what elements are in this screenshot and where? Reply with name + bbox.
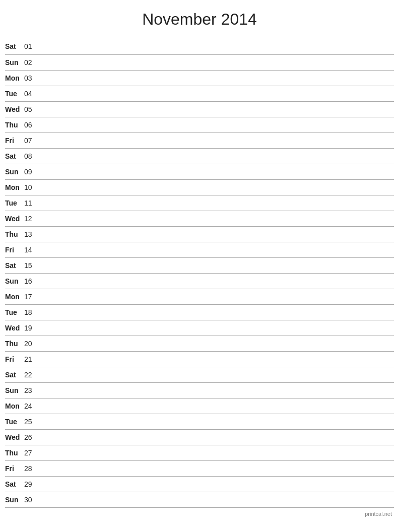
day-name: Tue: [5, 414, 24, 429]
day-name: Mon: [5, 179, 24, 195]
day-entry-line: [39, 476, 394, 492]
day-name: Thu: [5, 226, 24, 242]
day-name: Sat: [5, 476, 24, 492]
day-entry-line: [39, 336, 394, 351]
calendar-row: Mon17: [5, 289, 394, 304]
calendar-row: Thu06: [5, 117, 394, 132]
calendar-row: Tue25: [5, 414, 394, 429]
day-number: 11: [24, 195, 39, 211]
day-name: Sat: [5, 148, 24, 164]
day-name: Fri: [5, 132, 24, 148]
calendar-row: Mon03: [5, 70, 394, 86]
day-number: 20: [24, 336, 39, 351]
day-number: 17: [24, 289, 39, 304]
day-number: 05: [24, 101, 39, 117]
calendar-row: Sat15: [5, 257, 394, 273]
day-number: 18: [24, 304, 39, 320]
day-number: 09: [24, 164, 39, 179]
calendar-row: Tue11: [5, 195, 394, 211]
day-entry-line: [39, 101, 394, 117]
day-entry-line: [39, 39, 394, 54]
calendar-row: Fri14: [5, 242, 394, 257]
day-number: 08: [24, 148, 39, 164]
day-number: 23: [24, 382, 39, 398]
calendar-table: Sat01Sun02Mon03Tue04Wed05Thu06Fri07Sat08…: [5, 39, 394, 508]
calendar-row: Wed12: [5, 211, 394, 226]
day-entry-line: [39, 211, 394, 226]
day-number: 30: [24, 492, 39, 507]
day-number: 14: [24, 242, 39, 257]
day-number: 04: [24, 86, 39, 101]
calendar-row: Sun16: [5, 273, 394, 289]
day-number: 03: [24, 70, 39, 86]
day-number: 27: [24, 445, 39, 460]
day-name: Wed: [5, 211, 24, 226]
day-entry-line: [39, 445, 394, 460]
day-name: Sat: [5, 257, 24, 273]
calendar-row: Mon24: [5, 398, 394, 414]
day-entry-line: [39, 226, 394, 242]
calendar-row: Sun02: [5, 54, 394, 70]
day-name: Fri: [5, 351, 24, 367]
day-number: 06: [24, 117, 39, 132]
calendar-row: Sun30: [5, 492, 394, 507]
day-entry-line: [39, 429, 394, 445]
page-title: November 2014: [5, 10, 394, 29]
day-number: 16: [24, 273, 39, 289]
day-number: 15: [24, 257, 39, 273]
calendar-row: Tue18: [5, 304, 394, 320]
day-name: Sun: [5, 382, 24, 398]
day-name: Tue: [5, 195, 24, 211]
day-number: 22: [24, 367, 39, 382]
calendar-row: Tue04: [5, 86, 394, 101]
day-entry-line: [39, 460, 394, 476]
day-entry-line: [39, 195, 394, 211]
day-number: 10: [24, 179, 39, 195]
day-name: Sat: [5, 367, 24, 382]
day-name: Tue: [5, 86, 24, 101]
footer-credit: printcal.net: [5, 511, 394, 517]
day-number: 29: [24, 476, 39, 492]
day-name: Wed: [5, 320, 24, 336]
day-name: Mon: [5, 398, 24, 414]
day-name: Tue: [5, 304, 24, 320]
calendar-row: Sun09: [5, 164, 394, 179]
calendar-row: Fri07: [5, 132, 394, 148]
day-name: Fri: [5, 460, 24, 476]
day-number: 19: [24, 320, 39, 336]
day-name: Wed: [5, 429, 24, 445]
calendar-row: Fri28: [5, 460, 394, 476]
calendar-row: Mon10: [5, 179, 394, 195]
day-name: Sun: [5, 273, 24, 289]
day-entry-line: [39, 414, 394, 429]
day-name: Sun: [5, 492, 24, 507]
calendar-row: Sat22: [5, 367, 394, 382]
day-name: Thu: [5, 336, 24, 351]
day-name: Mon: [5, 289, 24, 304]
calendar-row: Fri21: [5, 351, 394, 367]
calendar-row: Wed05: [5, 101, 394, 117]
day-number: 28: [24, 460, 39, 476]
day-entry-line: [39, 492, 394, 507]
day-entry-line: [39, 273, 394, 289]
day-entry-line: [39, 148, 394, 164]
day-entry-line: [39, 382, 394, 398]
day-entry-line: [39, 117, 394, 132]
calendar-row: Thu27: [5, 445, 394, 460]
calendar-row: Sat01: [5, 39, 394, 54]
day-name: Sun: [5, 54, 24, 70]
day-name: Thu: [5, 117, 24, 132]
day-entry-line: [39, 320, 394, 336]
day-entry-line: [39, 179, 394, 195]
day-entry-line: [39, 132, 394, 148]
day-number: 13: [24, 226, 39, 242]
day-entry-line: [39, 351, 394, 367]
calendar-row: Wed26: [5, 429, 394, 445]
day-name: Fri: [5, 242, 24, 257]
day-entry-line: [39, 164, 394, 179]
calendar-row: Sat29: [5, 476, 394, 492]
day-number: 24: [24, 398, 39, 414]
calendar-row: Sat08: [5, 148, 394, 164]
day-number: 07: [24, 132, 39, 148]
day-name: Sun: [5, 164, 24, 179]
